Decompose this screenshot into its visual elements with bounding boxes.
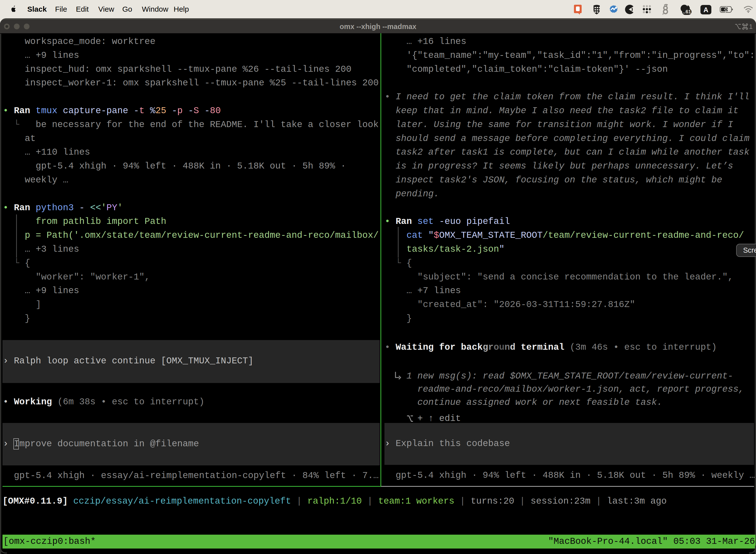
svg-text:A: A [703,6,708,14]
svg-text:..61: ..61 [683,9,691,14]
svg-text:1: 1 [749,23,753,30]
